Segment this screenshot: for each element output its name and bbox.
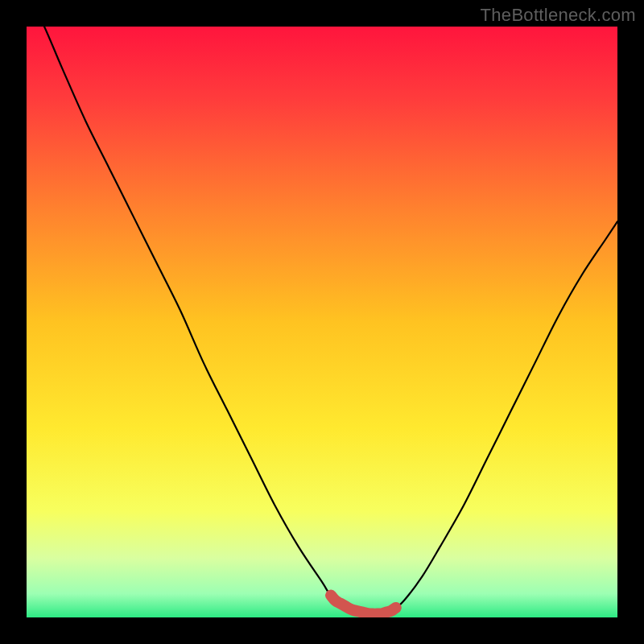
chart-container: TheBottleneck.com — [0, 0, 644, 644]
bottleneck-chart — [0, 0, 644, 644]
gradient-plot-area — [27, 27, 617, 617]
watermark-text: TheBottleneck.com — [481, 5, 636, 26]
